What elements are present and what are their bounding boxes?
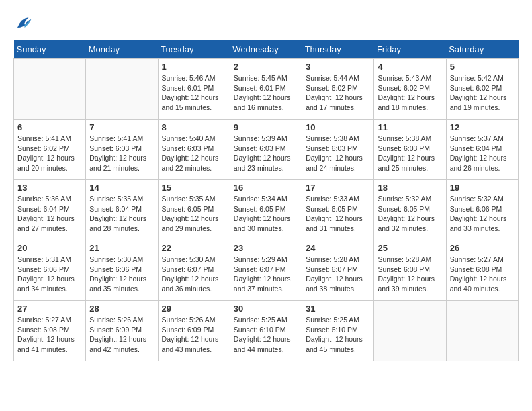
day-number: 12 (450, 122, 515, 132)
day-number: 10 (306, 122, 370, 132)
calendar-day-26: 26Sunrise: 5:27 AM Sunset: 6:08 PM Dayli… (446, 240, 518, 301)
day-info: Sunrise: 5:41 AM Sunset: 6:03 PM Dayligh… (89, 134, 154, 173)
day-number: 22 (162, 243, 226, 253)
day-info: Sunrise: 5:35 AM Sunset: 6:05 PM Dayligh… (162, 194, 226, 234)
calendar-day-4: 4Sunrise: 5:43 AM Sunset: 6:02 PM Daylig… (374, 59, 446, 120)
day-info: Sunrise: 5:29 AM Sunset: 6:07 PM Dayligh… (234, 255, 298, 294)
calendar-day-24: 24Sunrise: 5:28 AM Sunset: 6:07 PM Dayli… (302, 240, 374, 301)
day-number: 14 (89, 183, 154, 193)
day-number: 7 (89, 122, 154, 132)
calendar-day-12: 12Sunrise: 5:37 AM Sunset: 6:04 PM Dayli… (446, 120, 518, 180)
day-number: 13 (17, 183, 82, 193)
weekday-header-monday: Monday (86, 40, 158, 59)
calendar-day-10: 10Sunrise: 5:38 AM Sunset: 6:03 PM Dayli… (302, 120, 374, 180)
calendar-day-29: 29Sunrise: 5:26 AM Sunset: 6:09 PM Dayli… (158, 301, 230, 361)
logo-bird-icon (13, 13, 34, 34)
day-info: Sunrise: 5:33 AM Sunset: 6:05 PM Dayligh… (306, 194, 370, 234)
calendar-day-2: 2Sunrise: 5:45 AM Sunset: 6:01 PM Daylig… (230, 59, 302, 120)
weekday-header-row: SundayMondayTuesdayWednesdayThursdayFrid… (14, 40, 519, 59)
day-info: Sunrise: 5:25 AM Sunset: 6:10 PM Dayligh… (234, 315, 298, 355)
day-info: Sunrise: 5:28 AM Sunset: 6:08 PM Dayligh… (378, 255, 442, 294)
calendar-day-1: 1Sunrise: 5:46 AM Sunset: 6:01 PM Daylig… (158, 59, 230, 120)
calendar-day-25: 25Sunrise: 5:28 AM Sunset: 6:08 PM Dayli… (374, 240, 446, 301)
day-number: 26 (450, 243, 515, 253)
calendar-day-11: 11Sunrise: 5:38 AM Sunset: 6:03 PM Dayli… (374, 120, 446, 180)
calendar-day-18: 18Sunrise: 5:32 AM Sunset: 6:05 PM Dayli… (374, 180, 446, 240)
weekday-header-thursday: Thursday (302, 40, 374, 59)
day-number: 24 (306, 243, 370, 253)
day-info: Sunrise: 5:44 AM Sunset: 6:02 PM Dayligh… (306, 73, 370, 113)
calendar-day-22: 22Sunrise: 5:30 AM Sunset: 6:07 PM Dayli… (158, 240, 230, 301)
calendar-day-3: 3Sunrise: 5:44 AM Sunset: 6:02 PM Daylig… (302, 59, 374, 120)
calendar-empty-cell (86, 59, 158, 120)
day-number: 11 (378, 122, 442, 132)
calendar-week-row: 6Sunrise: 5:41 AM Sunset: 6:02 PM Daylig… (14, 120, 519, 180)
day-info: Sunrise: 5:39 AM Sunset: 6:03 PM Dayligh… (234, 134, 298, 173)
calendar-day-20: 20Sunrise: 5:31 AM Sunset: 6:06 PM Dayli… (14, 240, 86, 301)
weekday-header-sunday: Sunday (14, 40, 86, 59)
day-info: Sunrise: 5:46 AM Sunset: 6:01 PM Dayligh… (162, 73, 226, 113)
day-number: 31 (306, 304, 370, 314)
day-number: 30 (234, 304, 298, 314)
day-info: Sunrise: 5:26 AM Sunset: 6:09 PM Dayligh… (162, 315, 226, 355)
day-number: 18 (378, 183, 442, 193)
logo (13, 13, 36, 34)
weekday-header-wednesday: Wednesday (230, 40, 302, 59)
calendar-day-8: 8Sunrise: 5:40 AM Sunset: 6:03 PM Daylig… (158, 120, 230, 180)
calendar-day-19: 19Sunrise: 5:32 AM Sunset: 6:06 PM Dayli… (446, 180, 518, 240)
day-number: 20 (17, 243, 82, 253)
day-number: 25 (378, 243, 442, 253)
day-number: 4 (378, 62, 442, 72)
day-info: Sunrise: 5:34 AM Sunset: 6:05 PM Dayligh… (234, 194, 298, 234)
day-number: 9 (234, 122, 298, 132)
day-info: Sunrise: 5:32 AM Sunset: 6:06 PM Dayligh… (450, 194, 515, 234)
calendar-week-row: 27Sunrise: 5:27 AM Sunset: 6:08 PM Dayli… (14, 301, 519, 361)
day-number: 19 (450, 183, 515, 193)
day-info: Sunrise: 5:40 AM Sunset: 6:03 PM Dayligh… (162, 134, 226, 173)
day-number: 21 (89, 243, 154, 253)
day-info: Sunrise: 5:38 AM Sunset: 6:03 PM Dayligh… (306, 134, 370, 173)
weekday-header-saturday: Saturday (446, 40, 518, 59)
day-number: 2 (234, 62, 298, 72)
calendar-week-row: 13Sunrise: 5:36 AM Sunset: 6:04 PM Dayli… (14, 180, 519, 240)
day-info: Sunrise: 5:37 AM Sunset: 6:04 PM Dayligh… (450, 134, 515, 173)
day-number: 6 (17, 122, 82, 132)
calendar-day-30: 30Sunrise: 5:25 AM Sunset: 6:10 PM Dayli… (230, 301, 302, 361)
calendar-week-row: 1Sunrise: 5:46 AM Sunset: 6:01 PM Daylig… (14, 59, 519, 120)
day-number: 5 (450, 62, 515, 72)
day-info: Sunrise: 5:27 AM Sunset: 6:08 PM Dayligh… (17, 315, 82, 355)
day-info: Sunrise: 5:31 AM Sunset: 6:06 PM Dayligh… (17, 255, 82, 294)
day-number: 23 (234, 243, 298, 253)
calendar-day-9: 9Sunrise: 5:39 AM Sunset: 6:03 PM Daylig… (230, 120, 302, 180)
weekday-header-friday: Friday (374, 40, 446, 59)
calendar-day-7: 7Sunrise: 5:41 AM Sunset: 6:03 PM Daylig… (86, 120, 158, 180)
calendar-day-16: 16Sunrise: 5:34 AM Sunset: 6:05 PM Dayli… (230, 180, 302, 240)
calendar-day-28: 28Sunrise: 5:26 AM Sunset: 6:09 PM Dayli… (86, 301, 158, 361)
calendar-day-23: 23Sunrise: 5:29 AM Sunset: 6:07 PM Dayli… (230, 240, 302, 301)
calendar-table: SundayMondayTuesdayWednesdayThursdayFrid… (13, 40, 519, 361)
day-info: Sunrise: 5:30 AM Sunset: 6:07 PM Dayligh… (162, 255, 226, 294)
day-info: Sunrise: 5:41 AM Sunset: 6:02 PM Dayligh… (17, 134, 82, 173)
page-header (13, 13, 519, 34)
day-info: Sunrise: 5:30 AM Sunset: 6:06 PM Dayligh… (89, 255, 154, 294)
day-info: Sunrise: 5:35 AM Sunset: 6:04 PM Dayligh… (89, 194, 154, 234)
weekday-header-tuesday: Tuesday (158, 40, 230, 59)
day-info: Sunrise: 5:45 AM Sunset: 6:01 PM Dayligh… (234, 73, 298, 113)
calendar-day-21: 21Sunrise: 5:30 AM Sunset: 6:06 PM Dayli… (86, 240, 158, 301)
day-info: Sunrise: 5:36 AM Sunset: 6:04 PM Dayligh… (17, 194, 82, 234)
calendar-empty-cell (14, 59, 86, 120)
calendar-day-14: 14Sunrise: 5:35 AM Sunset: 6:04 PM Dayli… (86, 180, 158, 240)
calendar-day-27: 27Sunrise: 5:27 AM Sunset: 6:08 PM Dayli… (14, 301, 86, 361)
calendar-day-13: 13Sunrise: 5:36 AM Sunset: 6:04 PM Dayli… (14, 180, 86, 240)
day-number: 27 (17, 304, 82, 314)
day-number: 29 (162, 304, 226, 314)
day-info: Sunrise: 5:32 AM Sunset: 6:05 PM Dayligh… (378, 194, 442, 234)
day-number: 16 (234, 183, 298, 193)
day-number: 17 (306, 183, 370, 193)
day-info: Sunrise: 5:27 AM Sunset: 6:08 PM Dayligh… (450, 255, 515, 294)
calendar-empty-cell (374, 301, 446, 361)
day-info: Sunrise: 5:28 AM Sunset: 6:07 PM Dayligh… (306, 255, 370, 294)
day-info: Sunrise: 5:43 AM Sunset: 6:02 PM Dayligh… (378, 73, 442, 113)
day-info: Sunrise: 5:42 AM Sunset: 6:02 PM Dayligh… (450, 73, 515, 113)
day-number: 28 (89, 304, 154, 314)
